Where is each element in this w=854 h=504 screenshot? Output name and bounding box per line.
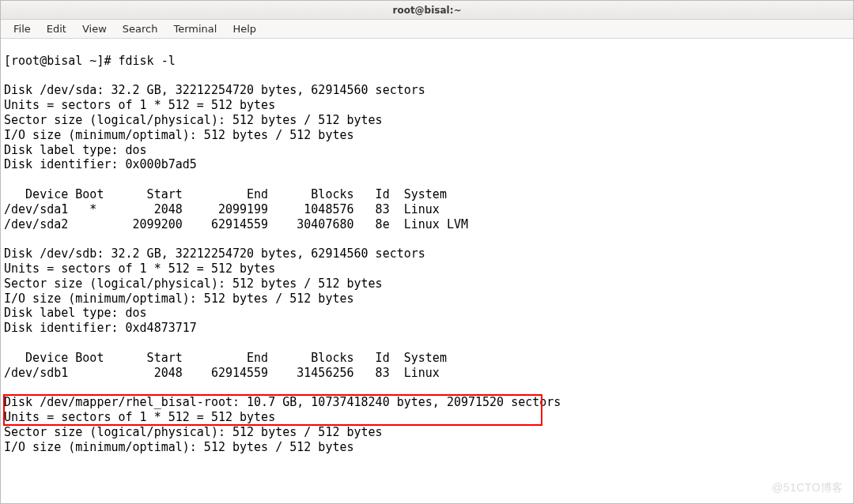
sda-units-line: Units = sectors of 1 * 512 = 512 bytes bbox=[4, 98, 275, 112]
sda-disk-line: Disk /dev/sda: 32.2 GB, 32212254720 byte… bbox=[4, 83, 425, 97]
menu-help[interactable]: Help bbox=[225, 21, 264, 36]
sda-row-2: /dev/sda2 2099200 62914559 30407680 8e L… bbox=[4, 217, 468, 231]
prompt-line: [root@bisal ~]# fdisk -l bbox=[4, 54, 176, 68]
sdb-identifier-line: Disk identifier: 0xd4873717 bbox=[4, 321, 197, 335]
sda-sector-line: Sector size (logical/physical): 512 byte… bbox=[4, 113, 383, 127]
sdb-sector-line: Sector size (logical/physical): 512 byte… bbox=[4, 276, 383, 291]
sda-identifier-line: Disk identifier: 0x000b7ad5 bbox=[4, 157, 197, 171]
menu-edit[interactable]: Edit bbox=[39, 21, 74, 36]
window-title: root@bisal:~ bbox=[392, 5, 461, 16]
menubar: File Edit View Search Terminal Help bbox=[1, 20, 853, 39]
terminal-output[interactable]: [root@bisal ~]# fdisk -l Disk /dev/sda: … bbox=[1, 39, 853, 454]
menu-terminal[interactable]: Terminal bbox=[165, 21, 225, 36]
sdb-disk-line: Disk /dev/sdb: 32.2 GB, 32212254720 byte… bbox=[4, 246, 425, 261]
sdb-io-line: I/O size (minimum/optimal): 512 bytes / … bbox=[4, 291, 354, 306]
mapper-io-line: I/O size (minimum/optimal): 512 bytes / … bbox=[4, 440, 354, 454]
sdb-units-line: Units = sectors of 1 * 512 = 512 bytes bbox=[4, 261, 275, 276]
sda-row-1: /dev/sda1 * 2048 2099199 1048576 83 Linu… bbox=[4, 202, 440, 216]
sdb-table-header: Device Boot Start End Blocks Id System bbox=[4, 351, 447, 365]
menu-file[interactable]: File bbox=[6, 21, 39, 36]
mapper-units-line: Units = sectors of 1 * 512 = 512 bytes bbox=[4, 410, 275, 424]
sdb-label-line: Disk label type: dos bbox=[4, 306, 147, 320]
sda-io-line: I/O size (minimum/optimal): 512 bytes / … bbox=[4, 128, 354, 142]
menu-view[interactable]: View bbox=[74, 21, 115, 36]
sda-label-line: Disk label type: dos bbox=[4, 143, 147, 157]
mapper-disk-line: Disk /dev/mapper/rhel_bisal-root: 10.7 G… bbox=[4, 395, 561, 409]
sda-table-header: Device Boot Start End Blocks Id System bbox=[4, 187, 447, 201]
titlebar: root@bisal:~ bbox=[1, 1, 853, 20]
mapper-sector-line: Sector size (logical/physical): 512 byte… bbox=[4, 425, 383, 439]
watermark: @51CTO博客 bbox=[772, 481, 844, 495]
sdb-row-1: /dev/sdb1 2048 62914559 31456256 83 Linu… bbox=[4, 366, 440, 380]
menu-search[interactable]: Search bbox=[115, 21, 166, 36]
